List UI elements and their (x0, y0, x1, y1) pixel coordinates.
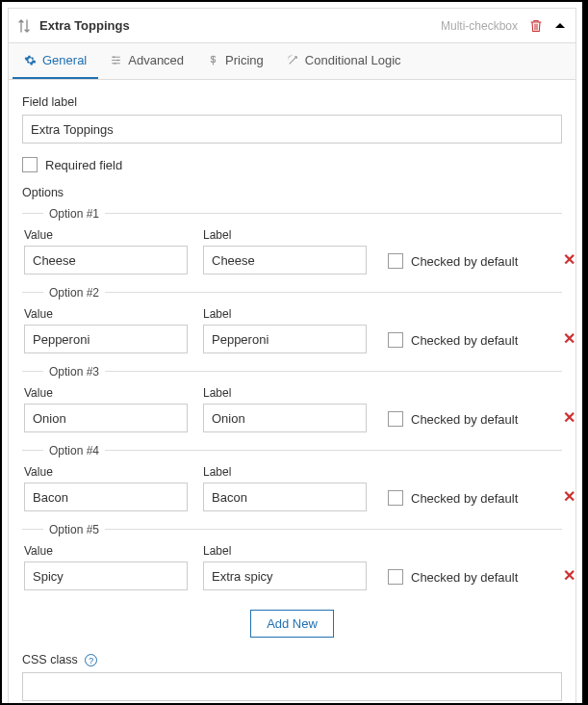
option-fieldset: Option #4ValueLabelChecked by default✕ (22, 450, 562, 515)
label-col: Label (203, 228, 367, 274)
options-caption: Options (22, 186, 562, 199)
option-row: ValueLabelChecked by default✕ (22, 465, 562, 515)
value-col: Value (24, 307, 188, 353)
option-label-input[interactable] (203, 404, 367, 432)
remove-option-icon[interactable]: ✕ (563, 566, 575, 590)
panel-body: Field label Required field Options Optio… (9, 80, 575, 704)
option-label-input[interactable] (203, 325, 367, 353)
css-class-caption: CSS class ? (22, 653, 562, 666)
checked-col: Checked by default (388, 490, 532, 511)
label-col: Label (203, 307, 367, 353)
label-col: Label (203, 544, 367, 590)
option-row: ValueLabelChecked by default✕ (22, 544, 562, 594)
tab-conditional[interactable]: Conditional Logic (275, 43, 413, 79)
label-caption: Label (203, 307, 367, 321)
option-row: ValueLabelChecked by default✕ (22, 386, 562, 436)
required-field-label: Required field (45, 158, 122, 172)
tab-label: Advanced (128, 53, 184, 67)
label-col: Label (203, 465, 367, 511)
add-new-button[interactable]: Add New (250, 610, 334, 638)
value-caption: Value (24, 386, 188, 400)
value-col: Value (24, 544, 188, 590)
option-value-input[interactable] (24, 246, 188, 274)
tab-label: General (42, 53, 87, 67)
value-caption: Value (24, 307, 188, 321)
option-value-input[interactable] (24, 404, 188, 432)
checked-by-default-checkbox[interactable] (388, 490, 403, 506)
svg-point-0 (114, 56, 115, 58)
css-class-input[interactable] (22, 672, 562, 701)
field-editor-panel: Extra Toppings Multi-checkbox General Ad… (0, 0, 588, 705)
tab-general[interactable]: General (13, 43, 98, 79)
option-row: ValueLabelChecked by default✕ (22, 228, 562, 278)
checked-by-default-label: Checked by default (411, 491, 518, 506)
option-row: ValueLabelChecked by default✕ (22, 307, 562, 357)
label-caption: Label (203, 386, 367, 400)
checked-col: Checked by default (388, 332, 532, 353)
option-legend: Option #4 (43, 444, 105, 457)
trash-icon[interactable] (529, 19, 543, 33)
wand-icon (287, 54, 299, 66)
checked-col: Checked by default (388, 411, 532, 432)
option-legend: Option #2 (43, 286, 105, 300)
checked-by-default-label: Checked by default (411, 254, 518, 269)
remove-option-icon[interactable]: ✕ (563, 329, 575, 353)
label-col: Label (203, 386, 367, 432)
value-caption: Value (24, 228, 188, 242)
field-label-input[interactable] (22, 115, 562, 144)
value-col: Value (24, 228, 188, 274)
dollar-icon (207, 54, 219, 66)
panel-title: Extra Toppings (39, 18, 441, 33)
drag-icon[interactable] (18, 19, 30, 33)
tab-advanced[interactable]: Advanced (98, 43, 195, 79)
remove-option-icon[interactable]: ✕ (563, 487, 575, 511)
option-label-input[interactable] (203, 561, 367, 590)
svg-point-2 (115, 63, 116, 65)
checked-by-default-label: Checked by default (411, 333, 518, 348)
panel-header: Extra Toppings Multi-checkbox (9, 9, 575, 43)
add-new-row: Add New (22, 610, 562, 638)
svg-point-1 (117, 59, 119, 61)
gear-icon (24, 54, 37, 66)
checked-by-default-checkbox[interactable] (388, 253, 403, 269)
checked-by-default-checkbox[interactable] (388, 569, 403, 585)
help-icon[interactable]: ? (85, 654, 97, 666)
checked-by-default-label: Checked by default (411, 570, 518, 585)
required-field-checkbox[interactable] (22, 157, 38, 172)
option-label-input[interactable] (203, 246, 367, 274)
option-label-input[interactable] (203, 483, 367, 511)
value-caption: Value (24, 544, 188, 558)
option-fieldset: Option #5ValueLabelChecked by default✕ (22, 529, 562, 594)
tab-label: Conditional Logic (305, 53, 401, 67)
tab-label: Pricing (225, 53, 264, 67)
field-type-label: Multi-checkbox (441, 19, 518, 33)
checked-by-default-label: Checked by default (411, 412, 518, 427)
option-legend: Option #3 (43, 365, 105, 379)
option-value-input[interactable] (24, 483, 188, 511)
remove-option-icon[interactable]: ✕ (563, 250, 575, 274)
label-caption: Label (203, 228, 367, 242)
tabs: General Advanced Pricing Conditional Log… (9, 43, 575, 80)
option-fieldset: Option #1ValueLabelChecked by default✕ (22, 213, 562, 278)
required-field-row: Required field (22, 157, 562, 172)
option-value-input[interactable] (24, 561, 188, 590)
checked-col: Checked by default (388, 253, 532, 274)
remove-option-icon[interactable]: ✕ (563, 408, 575, 432)
label-caption: Label (203, 465, 367, 479)
value-col: Value (24, 465, 188, 511)
option-value-input[interactable] (24, 325, 188, 353)
panel: Extra Toppings Multi-checkbox General Ad… (8, 8, 576, 705)
sliders-icon (110, 54, 122, 66)
checked-col: Checked by default (388, 569, 532, 590)
tab-pricing[interactable]: Pricing (195, 43, 275, 79)
label-caption: Label (203, 544, 367, 558)
checked-by-default-checkbox[interactable] (388, 332, 403, 348)
value-caption: Value (24, 465, 188, 479)
field-label-caption: Field label (22, 95, 562, 109)
option-legend: Option #5 (43, 523, 105, 536)
collapse-icon[interactable] (554, 20, 566, 32)
option-fieldset: Option #3ValueLabelChecked by default✕ (22, 371, 562, 436)
option-legend: Option #1 (43, 207, 105, 221)
checked-by-default-checkbox[interactable] (388, 411, 403, 427)
option-fieldset: Option #2ValueLabelChecked by default✕ (22, 292, 562, 357)
